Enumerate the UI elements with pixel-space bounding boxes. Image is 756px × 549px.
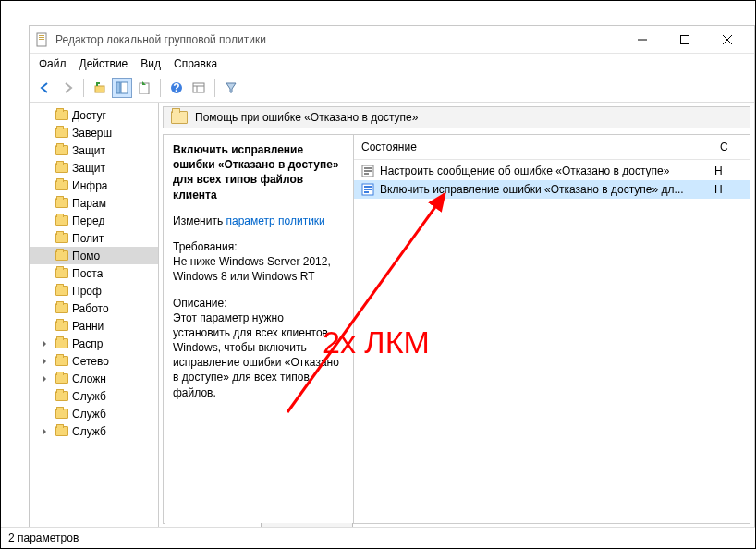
tree-label: Полит: [72, 232, 104, 245]
folder-icon: [55, 268, 68, 278]
tree-label: Распр: [72, 337, 103, 350]
folder-icon: [55, 409, 68, 419]
tree-item[interactable]: Перед: [30, 212, 158, 229]
window-title: Редактор локальной групповой политики: [55, 33, 621, 46]
tree-item[interactable]: Помо: [30, 247, 158, 264]
svg-rect-1: [39, 35, 44, 36]
tree-item[interactable]: Сетево: [30, 352, 158, 370]
show-tree-button[interactable]: [112, 78, 132, 98]
svg-rect-8: [95, 86, 104, 92]
tree-item[interactable]: Полит: [30, 229, 158, 247]
tree-label: Сложн: [72, 372, 106, 385]
tree-label: Инфра: [72, 179, 107, 192]
edit-label: Изменить: [173, 214, 223, 227]
svg-text:?: ?: [173, 81, 179, 94]
folder-icon: [55, 426, 68, 436]
menu-view[interactable]: Вид: [140, 57, 161, 70]
menu-action[interactable]: Действие: [79, 57, 128, 70]
svg-rect-20: [364, 173, 369, 175]
up-button[interactable]: [90, 78, 110, 98]
app-window: Редактор локальной групповой политики Фа…: [29, 25, 755, 548]
tree-item[interactable]: Достуг: [30, 106, 158, 124]
tree-item[interactable]: Служб: [30, 387, 158, 405]
tree-item[interactable]: Защит: [30, 159, 158, 177]
folder-icon: [55, 373, 68, 384]
export-button[interactable]: [134, 78, 154, 98]
svg-rect-19: [364, 170, 372, 172]
tree-item[interactable]: Работо: [30, 299, 158, 317]
minimize-button[interactable]: [621, 26, 664, 54]
tree-label: Служб: [72, 425, 106, 438]
setting-label: Включить исправление ошибки «Отказано в …: [380, 183, 709, 196]
tree-item[interactable]: Ранни: [30, 317, 158, 335]
description-text: Этот параметр нужно установить для всех …: [173, 311, 344, 400]
tree-item[interactable]: Защит: [30, 141, 158, 159]
folder-icon: [55, 338, 68, 348]
tree-label: Работо: [72, 302, 109, 315]
requirements-text: Не ниже Windows Server 2012, Windows 8 и…: [173, 254, 344, 284]
tree-item[interactable]: Служб: [30, 405, 158, 422]
tree-label: Служб: [72, 390, 106, 403]
setting-state: Н: [714, 165, 742, 177]
list-header: Состояние С: [354, 135, 750, 160]
setting-row[interactable]: Включить исправление ошибки «Отказано в …: [354, 180, 750, 199]
tree-label: Достуг: [72, 109, 106, 122]
tree-label: Сетево: [72, 355, 109, 368]
tree-label: Заверш: [72, 127, 112, 140]
setting-icon: [361, 165, 374, 177]
col-c[interactable]: С: [713, 135, 750, 159]
edit-policy-link[interactable]: параметр политики: [226, 214, 324, 227]
tree-label: Служб: [72, 408, 106, 421]
tree-item[interactable]: Распр: [30, 335, 158, 352]
folder-icon: [55, 215, 68, 226]
setting-state: Н: [714, 183, 742, 196]
settings-list: Состояние С Настроить сообщение об ошибк…: [353, 135, 750, 523]
description-label: Описание:: [173, 296, 344, 311]
requirements-label: Требования:: [173, 239, 344, 254]
forward-button[interactable]: [57, 78, 78, 98]
menu-help[interactable]: Справка: [174, 57, 217, 70]
app-icon: [35, 32, 50, 47]
tree-label: Защит: [72, 162, 105, 175]
back-button[interactable]: [35, 78, 55, 98]
folder-icon: [55, 250, 68, 261]
maximize-button[interactable]: [664, 26, 706, 54]
menu-bar: Файл Действие Вид Справка: [30, 54, 754, 76]
filter-button[interactable]: [221, 78, 241, 98]
folder-icon: [55, 321, 68, 331]
tree-pane[interactable]: ДостугЗавершЗащитЗащитИнфраПарамПередПол…: [30, 103, 159, 547]
setting-icon: [361, 183, 374, 196]
svg-rect-14: [193, 83, 204, 92]
col-state[interactable]: Состояние: [354, 135, 713, 159]
tree-item[interactable]: Парам: [30, 194, 158, 212]
client-area: ДостугЗавершЗащитЗащитИнфраПарамПередПол…: [30, 103, 754, 547]
status-bar: 2 параметров: [1, 527, 755, 548]
location-text: Помощь при ошибке «Отказано в доступе»: [195, 111, 418, 124]
tree-label: Поста: [72, 267, 103, 280]
folder-icon: [55, 303, 68, 313]
folder-icon: [55, 286, 68, 296]
tree-label: Парам: [72, 197, 106, 210]
menu-file[interactable]: Файл: [39, 57, 67, 70]
tree-item[interactable]: Проф: [30, 282, 158, 299]
toolbar: ?: [30, 76, 754, 103]
tree-label: Защит: [72, 144, 105, 157]
tree-item[interactable]: Поста: [30, 264, 158, 282]
properties-button[interactable]: [189, 78, 209, 98]
svg-rect-18: [364, 167, 372, 169]
folder-icon: [55, 391, 68, 401]
setting-row[interactable]: Настроить сообщение об ошибке «Отказано …: [354, 162, 750, 180]
tree-item[interactable]: Служб: [30, 422, 158, 440]
folder-icon: [55, 180, 68, 190]
folder-icon: [55, 356, 68, 366]
tree-item[interactable]: Сложн: [30, 370, 158, 387]
svg-rect-23: [364, 189, 372, 190]
tree-label: Ранни: [72, 320, 104, 333]
folder-icon: [55, 198, 68, 208]
tree-item[interactable]: Инфра: [30, 177, 158, 194]
help-button[interactable]: ?: [166, 78, 187, 98]
close-button[interactable]: [706, 26, 749, 54]
folder-icon: [55, 110, 68, 120]
tree-item[interactable]: Заверш: [30, 124, 158, 141]
svg-rect-10: [121, 82, 128, 93]
